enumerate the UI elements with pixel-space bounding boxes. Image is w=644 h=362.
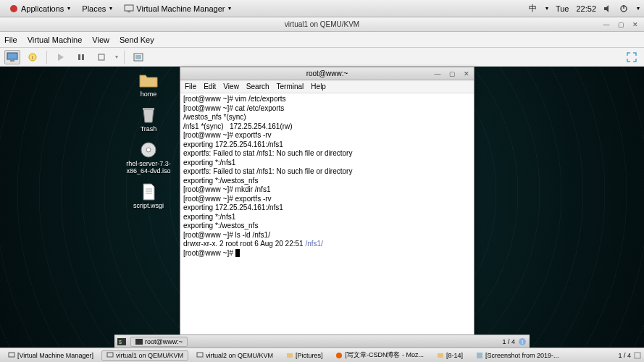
- close-button[interactable]: ✕: [631, 20, 640, 29]
- power-icon[interactable]: [619, 4, 628, 13]
- task-pictures[interactable]: [Pictures]: [281, 350, 328, 361]
- svg-rect-24: [135, 339, 143, 345]
- svg-rect-29: [197, 353, 203, 357]
- term-menu-view[interactable]: View: [223, 83, 239, 90]
- icon-label: script.wsgi: [133, 203, 164, 210]
- details-button[interactable]: i: [25, 50, 41, 64]
- task-vmm[interactable]: [Virtual Machine Manager]: [3, 350, 99, 361]
- shutdown-button[interactable]: [93, 50, 109, 64]
- monitor-icon: [8, 352, 15, 359]
- fullscreen-button[interactable]: [624, 50, 640, 64]
- run-button[interactable]: [53, 50, 69, 64]
- volume-icon[interactable]: [603, 4, 612, 13]
- terminal-maximize[interactable]: ▢: [448, 70, 456, 78]
- svg-point-0: [10, 5, 17, 12]
- snapshot-button[interactable]: [130, 50, 146, 64]
- notification-icon[interactable]: !: [518, 337, 527, 346]
- term-menu-edit[interactable]: Edit: [204, 83, 216, 90]
- menu-virtual-machine[interactable]: Virtual Machine: [28, 35, 83, 44]
- vm-display-area[interactable]: home Trash rhel-server-7.3-x86_64-dvd.is…: [0, 67, 644, 348]
- task-label: root@www:~: [145, 338, 183, 345]
- trash-icon[interactable]: Trash: [123, 106, 174, 133]
- svg-text:!: !: [522, 339, 523, 345]
- term-line: drwxr-xr-x. 2 root root 6 Aug 20 22:51: [183, 240, 305, 248]
- terminal-title: root@www:~: [306, 70, 348, 77]
- icon-label: rhel-server-7.3-x86_64-dvd.iso: [123, 161, 174, 175]
- svg-rect-13: [99, 54, 104, 60]
- terminal-icon[interactable]: $: [117, 338, 126, 345]
- vmm-menu[interactable]: Virtual Machine Manager▾: [120, 3, 235, 14]
- firefox-icon: [335, 352, 343, 359]
- foot-icon: [9, 4, 19, 14]
- term-line: [root@www ~]# exportfs -rv: [183, 195, 272, 203]
- workspace-indicator: 1 / 4: [502, 338, 515, 345]
- term-line: [root@www ~]# exportfs -rv: [183, 131, 272, 139]
- term-line: exporting 172.25.254.161:/nfs1: [183, 140, 283, 148]
- term-line: exporting 172.25.254.161:/nfs1: [183, 203, 283, 211]
- cursor: [235, 249, 240, 257]
- iso-file-icon[interactable]: rhel-server-7.3-x86_64-dvd.iso: [123, 140, 174, 175]
- task-label: [写文章-CSDN博客 - Moz...: [345, 350, 424, 360]
- console-button[interactable]: [4, 50, 20, 64]
- task-firefox[interactable]: [写文章-CSDN博客 - Moz...: [330, 349, 429, 361]
- term-menu-help[interactable]: Help: [311, 83, 326, 90]
- host-top-panel: Applications▾ Places▾ Virtual Machine Ma…: [0, 0, 644, 17]
- taskbar-item-terminal[interactable]: root@www:~: [130, 337, 188, 347]
- play-icon: [57, 53, 65, 62]
- term-line: [root@www ~]# ls -ld /nfs1/: [183, 231, 270, 239]
- home-folder-icon[interactable]: home: [123, 71, 174, 98]
- maximize-button[interactable]: ▢: [616, 20, 625, 29]
- script-file-icon[interactable]: script.wsgi: [123, 182, 174, 210]
- terminal-icon: [135, 339, 143, 345]
- info-icon: i: [28, 52, 38, 62]
- terminal-titlebar[interactable]: root@www:~ — ▢ ✕: [180, 67, 474, 80]
- term-prompt: [root@www ~]#: [183, 249, 235, 257]
- task-label: virtual1 on QEMU/KVM: [116, 352, 183, 359]
- icon-label: home: [141, 91, 157, 98]
- term-line: exportfs: Failed to stat /nfs1: No such …: [183, 149, 352, 157]
- svg-rect-15: [135, 55, 141, 59]
- term-line: exporting *:/nfs1: [183, 159, 235, 167]
- task-folder-814[interactable]: [8-14]: [432, 350, 468, 361]
- input-method-indicator[interactable]: 中: [529, 3, 537, 14]
- task-screenshot[interactable]: [Screenshot from 2019-...: [471, 350, 564, 361]
- task-label: virtual2 on QEMU/KVM: [206, 352, 273, 359]
- vm-toolbar: i ▾: [0, 48, 644, 67]
- shutdown-dropdown[interactable]: ▾: [115, 54, 118, 60]
- svg-rect-34: [635, 353, 640, 358]
- menu-view[interactable]: View: [92, 35, 109, 44]
- separator: [124, 51, 125, 64]
- terminal-minimize[interactable]: —: [433, 70, 442, 78]
- square-icon[interactable]: [634, 352, 641, 359]
- task-label: [Virtual Machine Manager]: [17, 352, 93, 359]
- svg-rect-11: [78, 54, 80, 60]
- task-virtual1[interactable]: virtual1 on QEMU/KVM: [101, 350, 188, 361]
- menu-send-key[interactable]: Send Key: [120, 35, 154, 44]
- svg-rect-7: [10, 60, 14, 62]
- terminal-window[interactable]: root@www:~ — ▢ ✕ File Edit View Search T…: [180, 67, 474, 340]
- desktop-icons: home Trash rhel-server-7.3-x86_64-dvd.is…: [123, 71, 174, 209]
- svg-text:$: $: [119, 340, 122, 345]
- term-menu-terminal[interactable]: Terminal: [277, 83, 304, 90]
- task-virtual2[interactable]: virtual2 on QEMU/KVM: [191, 350, 278, 361]
- applications-menu[interactable]: Applications▾: [4, 2, 75, 15]
- monitor-icon: [124, 4, 134, 13]
- term-line: [root@www ~]# mkdir /nfs1: [183, 185, 270, 193]
- minimize-button[interactable]: —: [602, 20, 611, 29]
- term-menu-file[interactable]: File: [185, 83, 196, 90]
- pause-icon: [77, 53, 85, 62]
- pause-button[interactable]: [73, 50, 89, 64]
- monitor-icon: [7, 52, 18, 62]
- term-menu-search[interactable]: Search: [246, 83, 269, 90]
- svg-text:i: i: [32, 54, 33, 61]
- terminal-close[interactable]: ✕: [462, 70, 471, 78]
- fullscreen-icon: [627, 52, 637, 62]
- menu-file[interactable]: File: [4, 35, 17, 44]
- trash-can-icon: [141, 106, 156, 124]
- svg-rect-27: [9, 353, 14, 357]
- terminal-body[interactable]: [root@www ~]# vim /etc/exports [root@www…: [180, 93, 474, 340]
- disc-icon: [140, 141, 157, 159]
- clock-time: 22:52: [576, 4, 596, 13]
- places-menu[interactable]: Places▾: [78, 3, 117, 14]
- svg-point-18: [146, 148, 151, 152]
